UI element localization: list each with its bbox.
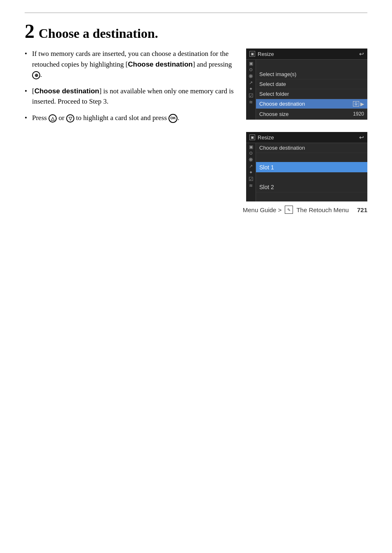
screen2-slot1: Slot 1 — [256, 162, 367, 173]
screen2-subtitle-text: Choose destination — [259, 145, 305, 151]
menu-item-select-images-text: Select image(s) — [259, 71, 364, 77]
screen2-right-content: Choose destination Slot 1 Slot 2 — [256, 143, 367, 201]
screen2-slot1-text: Slot 1 — [259, 164, 274, 171]
screen2-left-icons: ▣ ⊙ ❋ ↗ ✦ ☑ ≋ — [246, 143, 256, 201]
s2-licon-3: ❋ — [249, 157, 253, 162]
footer-the-retouch-menu: The Retouch Menu — [296, 206, 349, 213]
down-icon: ▽ — [66, 114, 74, 123]
screen2-title: Resize — [258, 134, 274, 141]
menu-item-choose-destination-text: Choose destination — [259, 101, 353, 107]
bullet2-bold: Choose destination — [35, 87, 99, 95]
licon-1: ▣ — [249, 61, 253, 66]
top-border — [25, 12, 367, 13]
bullet-item-1: If two memory cards are inserted, you ca… — [25, 49, 234, 80]
page-container: 2 Choose a destination. If two memory ca… — [0, 0, 392, 226]
screen2-top-left: ▣ Resize — [249, 134, 274, 141]
bullet1-bold: Choose destination — [128, 60, 193, 68]
dest-slot-icon: ① — [353, 101, 359, 106]
licon-3: ❋ — [249, 74, 253, 79]
content-area: If two memory cards are inserted, you ca… — [25, 49, 367, 201]
screen1-top-left: ▣ Resize — [249, 51, 274, 57]
s2-licon-1: ▣ — [249, 145, 253, 149]
screen2-slot2: Slot 2 — [256, 182, 367, 192]
bullet3-or: or — [57, 114, 66, 122]
dest-arrow: ▶ — [360, 101, 364, 107]
menu-item-select-images: Select image(s) — [256, 69, 367, 79]
screen2-spacer — [256, 153, 367, 162]
page-footer: Menu Guide > ✎ The Retouch Menu 721 — [243, 206, 367, 214]
step-heading: 2 Choose a destination. — [25, 21, 367, 41]
retouch-menu-icon: ✎ — [285, 206, 293, 214]
s2-licon-2: ⊙ — [249, 151, 253, 155]
screenshot-column: ▣ Resize ↩ ▣ ⊙ ❋ ↗ ✦ ☑ ≋ — [246, 49, 367, 201]
s2-licon-7: ≋ — [249, 183, 253, 188]
screen1-body: ▣ ⊙ ❋ ↗ ✦ ☑ ≋ — [246, 60, 367, 120]
footer-menu-guide: Menu Guide > — [243, 206, 282, 213]
screen2: ▣ Resize ↩ ▣ ⊙ ❋ ↗ ✦ ☑ ≋ — [246, 132, 367, 201]
screen1-left-icons: ▣ ⊙ ❋ ↗ ✦ ☑ ≋ — [246, 60, 256, 120]
bullet-list: If two memory cards are inserted, you ca… — [25, 49, 234, 123]
screen2-slot2-text: Slot 2 — [259, 184, 274, 190]
screen1-title: Resize — [258, 51, 274, 57]
bullet1-text-after: ] and pressing — [193, 60, 232, 68]
menu-item-choose-size: Choose size 1920 — [256, 109, 367, 119]
bullet3-period: . — [178, 114, 179, 122]
licon-7: ≋ — [249, 100, 253, 104]
menu-item-choose-size-value: 1920 — [353, 111, 364, 117]
menu-item-choose-destination: Choose destination ① ▶ — [256, 99, 367, 109]
step-number: 2 — [25, 21, 35, 41]
screen1: ▣ Resize ↩ ▣ ⊙ ❋ ↗ ✦ ☑ ≋ — [246, 49, 367, 120]
screen1-header-icon: ▣ — [249, 51, 255, 57]
screen1-spacer — [256, 60, 367, 69]
licon-2: ⊙ — [249, 67, 253, 72]
screen1-menu-items: Select image(s) Select date Select folde… — [256, 69, 367, 120]
screen1-undo-icon: ↩ — [359, 51, 364, 57]
s2-licon-5: ✦ — [249, 170, 253, 175]
heading-text: Choose a destination. — [39, 26, 158, 41]
screen2-header-icon: ▣ — [249, 134, 255, 140]
s2-licon-6: ☑ — [249, 176, 254, 182]
menu-item-choose-size-text: Choose size — [259, 111, 353, 117]
menu-item-select-date-text: Select date — [259, 81, 364, 87]
licon-6: ☑ — [249, 93, 254, 98]
s2-licon-4: ↗ — [249, 164, 253, 169]
menu-item-choose-destination-value: ① ▶ — [353, 101, 364, 107]
screen2-subtitle-row: Choose destination — [256, 143, 367, 153]
bullet-item-3: Press △ or ▽ to highlight a card slot an… — [25, 113, 234, 123]
menu-item-select-date: Select date — [256, 79, 367, 89]
footer-page-number: 721 — [357, 206, 367, 213]
screen2-body: ▣ ⊙ ❋ ↗ ✦ ☑ ≋ Choose destination — [246, 143, 367, 201]
licon-5: ✦ — [249, 87, 253, 91]
up-icon: △ — [48, 114, 57, 123]
screen2-top-bar: ▣ Resize ↩ — [246, 132, 367, 143]
screen2-spacer2 — [256, 173, 367, 182]
screen2-undo-icon: ↩ — [359, 134, 364, 141]
menu-item-select-folder: Select folder — [256, 89, 367, 99]
ok-icon: OK — [168, 114, 178, 123]
screen1-right-content: Select image(s) Select date Select folde… — [256, 60, 367, 120]
menu-item-select-folder-text: Select folder — [259, 91, 364, 97]
bullet-item-2: [Choose destination] is not available wh… — [25, 86, 234, 107]
bullet3-press: Press — [32, 114, 48, 122]
screen1-top-bar: ▣ Resize ↩ — [246, 49, 367, 60]
multi-selector-icon: ⊕ — [32, 71, 40, 79]
bullet1-period: . — [40, 71, 42, 79]
licon-4: ↗ — [249, 81, 253, 85]
text-column: If two memory cards are inserted, you ca… — [25, 49, 234, 129]
bullet3-text-after: to highlight a card slot and press — [74, 114, 168, 122]
screen2-bottom-pad — [256, 192, 367, 201]
